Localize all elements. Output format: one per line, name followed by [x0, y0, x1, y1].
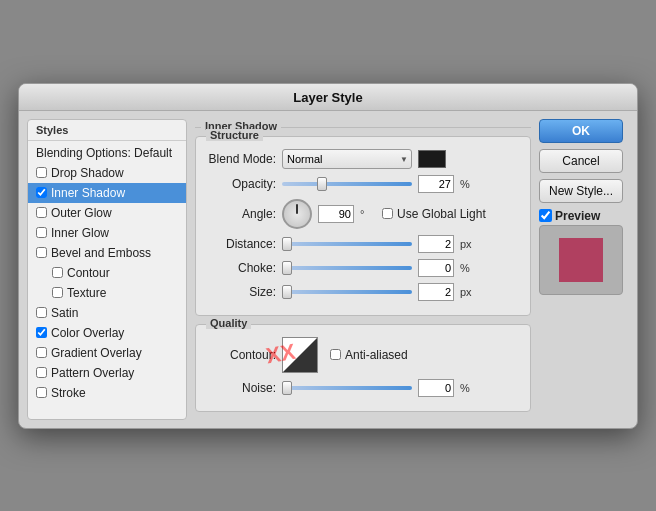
choke-thumb[interactable] — [282, 261, 292, 275]
sidebar-item-drop-shadow[interactable]: Drop Shadow — [28, 163, 186, 183]
sidebar-item-texture[interactable]: Texture — [28, 283, 186, 303]
sidebar-item-label: Bevel and Emboss — [51, 246, 151, 260]
gradient-overlay-checkbox[interactable] — [36, 347, 47, 358]
styles-list: Blending Options: Default Drop Shadow In… — [28, 141, 186, 405]
sidebar-item-label: Stroke — [51, 386, 86, 400]
sidebar-item-label: Blending Options: Default — [36, 146, 172, 160]
choke-row: Choke: % — [206, 259, 520, 277]
size-thumb[interactable] — [282, 285, 292, 299]
styles-panel: Styles Blending Options: Default Drop Sh… — [27, 119, 187, 420]
distance-label: Distance: — [206, 237, 276, 251]
color-overlay-checkbox[interactable] — [36, 327, 47, 338]
sidebar-item-inner-glow[interactable]: Inner Glow — [28, 223, 186, 243]
sidebar-item-gradient-overlay[interactable]: Gradient Overlay — [28, 343, 186, 363]
noise-row: Noise: % — [206, 379, 520, 397]
inner-shadow-header: Inner Shadow — [195, 127, 531, 128]
contour-checkbox[interactable] — [52, 267, 63, 278]
sidebar-item-pattern-overlay[interactable]: Pattern Overlay — [28, 363, 186, 383]
structure-label: Structure — [206, 129, 263, 141]
size-label: Size: — [206, 285, 276, 299]
blend-mode-row: Blend Mode: Normal — [206, 149, 520, 169]
choke-slider[interactable] — [282, 266, 412, 270]
noise-label: Noise: — [206, 381, 276, 395]
new-style-button[interactable]: New Style... — [539, 179, 623, 203]
opacity-thumb[interactable] — [317, 177, 327, 191]
inner-shadow-checkbox[interactable] — [36, 187, 47, 198]
blend-color-swatch[interactable] — [418, 150, 446, 168]
use-global-light-label: Use Global Light — [382, 207, 486, 221]
sidebar-item-color-overlay[interactable]: Color Overlay — [28, 323, 186, 343]
blend-mode-label: Blend Mode: — [206, 152, 276, 166]
choke-input[interactable] — [418, 259, 454, 277]
preview-box — [539, 225, 623, 295]
structure-content: Blend Mode: Normal Opacity: — [196, 137, 530, 315]
contour-preview[interactable] — [282, 337, 318, 373]
quality-section: Quality XX Contour: — [195, 324, 531, 412]
sidebar-item-outer-glow[interactable]: Outer Glow — [28, 203, 186, 223]
quality-content: XX Contour: Anti — [196, 325, 530, 411]
sidebar-item-bevel-emboss[interactable]: Bevel and Emboss — [28, 243, 186, 263]
distance-input[interactable] — [418, 235, 454, 253]
size-unit: px — [460, 286, 476, 298]
blend-mode-select[interactable]: Normal — [282, 149, 412, 169]
sidebar-item-contour[interactable]: Contour — [28, 263, 186, 283]
distance-slider[interactable] — [282, 242, 412, 246]
distance-row: Distance: px — [206, 235, 520, 253]
main-panel: Inner Shadow Structure Blend Mode: Norma… — [195, 119, 531, 420]
noise-slider[interactable] — [282, 386, 412, 390]
sidebar-item-label: Satin — [51, 306, 78, 320]
noise-unit: % — [460, 382, 476, 394]
cancel-button[interactable]: Cancel — [539, 149, 623, 173]
angle-row: Angle: ° Use Global Light — [206, 199, 520, 229]
preview-swatch — [559, 238, 603, 282]
angle-label: Angle: — [206, 207, 276, 221]
noise-thumb[interactable] — [282, 381, 292, 395]
right-panel: OK Cancel New Style... Preview — [539, 119, 629, 420]
opacity-slider[interactable] — [282, 182, 412, 186]
sidebar-item-label: Pattern Overlay — [51, 366, 134, 380]
size-row: Size: px — [206, 283, 520, 301]
noise-input[interactable] — [418, 379, 454, 397]
texture-checkbox[interactable] — [52, 287, 63, 298]
sidebar-item-label: Inner Glow — [51, 226, 109, 240]
distance-unit: px — [460, 238, 476, 250]
opacity-row: Opacity: % — [206, 175, 520, 193]
svg-marker-0 — [283, 338, 317, 372]
angle-unit: ° — [360, 208, 376, 220]
sidebar-item-label: Drop Shadow — [51, 166, 124, 180]
sidebar-item-stroke[interactable]: Stroke — [28, 383, 186, 403]
distance-thumb[interactable] — [282, 237, 292, 251]
structure-section: Structure Blend Mode: Normal — [195, 136, 531, 316]
sidebar-item-inner-shadow[interactable]: Inner Shadow — [28, 183, 186, 203]
size-slider[interactable] — [282, 290, 412, 294]
stroke-checkbox[interactable] — [36, 387, 47, 398]
contour-row: Contour: Anti-aliased — [206, 337, 520, 373]
size-input[interactable] — [418, 283, 454, 301]
anti-aliased-label: Anti-aliased — [330, 348, 408, 362]
preview-checkbox-row: Preview — [539, 209, 600, 223]
sidebar-item-label: Color Overlay — [51, 326, 124, 340]
pattern-overlay-checkbox[interactable] — [36, 367, 47, 378]
satin-checkbox[interactable] — [36, 307, 47, 318]
drop-shadow-checkbox[interactable] — [36, 167, 47, 178]
anti-aliased-checkbox[interactable] — [330, 349, 341, 360]
sidebar-item-blending-options[interactable]: Blending Options: Default — [28, 143, 186, 163]
outer-glow-checkbox[interactable] — [36, 207, 47, 218]
inner-glow-checkbox[interactable] — [36, 227, 47, 238]
preview-checkbox[interactable] — [539, 209, 552, 222]
use-global-light-checkbox[interactable] — [382, 208, 393, 219]
sidebar-item-label: Inner Shadow — [51, 186, 125, 200]
angle-dial[interactable] — [282, 199, 312, 229]
opacity-unit: % — [460, 178, 476, 190]
opacity-input[interactable] — [418, 175, 454, 193]
bevel-emboss-checkbox[interactable] — [36, 247, 47, 258]
sidebar-item-label: Contour — [67, 266, 110, 280]
anti-aliased-text: Anti-aliased — [345, 348, 408, 362]
sidebar-item-satin[interactable]: Satin — [28, 303, 186, 323]
layer-style-dialog: Layer Style Styles Blending Options: Def… — [18, 83, 638, 429]
sidebar-item-label: Outer Glow — [51, 206, 112, 220]
preview-label: Preview — [555, 209, 600, 223]
angle-input[interactable] — [318, 205, 354, 223]
ok-button[interactable]: OK — [539, 119, 623, 143]
choke-unit: % — [460, 262, 476, 274]
